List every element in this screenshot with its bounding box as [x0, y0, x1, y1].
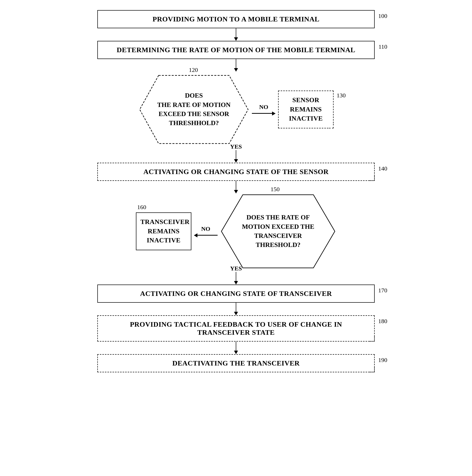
no-label-120: NO	[259, 104, 268, 110]
step-110-ref: 110	[378, 43, 387, 50]
arrow-180-190	[234, 342, 238, 354]
step-130-ref: 130	[337, 92, 346, 99]
step-150-text: DOES THE RATE OFMOTION EXCEED THETRANSCE…	[237, 208, 319, 255]
step-160-label: TRANSCEIVER REMAINS INACTIVE	[140, 218, 190, 244]
no-arrow-150	[194, 233, 218, 237]
step-100-box: PROVIDING MOTION TO A MOBILE TERMINAL	[97, 10, 375, 28]
arrow-150-170	[234, 272, 238, 285]
no-branch-150: NO	[194, 226, 218, 237]
flowchart: PROVIDING MOTION TO A MOBILE TERMINAL 10…	[34, 10, 438, 372]
step-140-box: ACTIVATING OR CHANGING STATE OF THE SENS…	[97, 163, 375, 181]
step-120-text: DOESTHE RATE OF MOTIONEXCEED THE SENSORT…	[152, 86, 235, 133]
step-150-hexagon: DOES THE RATE OFMOTION EXCEED THETRANSCE…	[220, 193, 336, 269]
step-150-ref: 150	[271, 186, 280, 193]
step-100-label: PROVIDING MOTION TO A MOBILE TERMINAL	[153, 15, 319, 23]
step-140-container: ACTIVATING OR CHANGING STATE OF THE SENS…	[97, 163, 375, 181]
step-190-container: DEACTIVATING THE TRANSCEIVER 190	[97, 354, 375, 372]
step-170-ref: 170	[378, 287, 387, 294]
step-110-container: DETERMINING THE RATE OF MOTION OF THE MO…	[97, 41, 375, 59]
step-150-container: 150 DOES THE RATE OFMOTION EXCEED THETRA…	[220, 193, 336, 269]
step-160-container: TRANSCEIVER REMAINS INACTIVE 160	[136, 212, 191, 250]
no-arrow-120	[252, 111, 276, 116]
step-190-ref: 190	[378, 357, 387, 363]
step-180-ref: 180	[378, 318, 387, 325]
decision-150-row: TRANSCEIVER REMAINS INACTIVE 160 NO 150 …	[85, 193, 387, 269]
step-120-container: 120 DOESTHE RATE OF MOTIONEXCEED THE SEN…	[138, 74, 249, 145]
step-180-box: PROVIDING TACTICAL FEEDBACK TO USER OF C…	[97, 315, 375, 342]
step-130-container: SENSOR REMAINS INACTIVE 130	[278, 91, 334, 128]
step-170-label: ACTIVATING OR CHANGING STATE OF TRANSCEI…	[140, 290, 332, 297]
step-100-ref: 100	[378, 13, 387, 19]
arrow-120-140	[234, 150, 238, 163]
step-180-container: PROVIDING TACTICAL FEEDBACK TO USER OF C…	[97, 315, 375, 342]
step-110-box: DETERMINING THE RATE OF MOTION OF THE MO…	[97, 41, 375, 59]
no-branch-120: NO	[252, 104, 276, 116]
step-190-box: DEACTIVATING THE TRANSCEIVER	[97, 354, 375, 372]
arrow-170-180	[234, 303, 238, 315]
step-130-label: SENSOR REMAINS INACTIVE	[289, 96, 323, 122]
step-100-container: PROVIDING MOTION TO A MOBILE TERMINAL 10…	[97, 10, 375, 28]
step-140-ref: 140	[378, 165, 387, 172]
step-170-box: ACTIVATING OR CHANGING STATE OF TRANSCEI…	[97, 285, 375, 303]
step-160-box: TRANSCEIVER REMAINS INACTIVE	[136, 212, 191, 250]
step-120-ref: 120	[189, 67, 198, 73]
step-160-ref: 160	[137, 204, 146, 211]
step-110-label: DETERMINING THE RATE OF MOTION OF THE MO…	[117, 46, 355, 54]
step-120-hexagon: DOESTHE RATE OF MOTIONEXCEED THE SENSORT…	[138, 74, 249, 145]
step-170-container: ACTIVATING OR CHANGING STATE OF TRANSCEI…	[97, 285, 375, 303]
no-label-150: NO	[201, 226, 210, 232]
step-130-box: SENSOR REMAINS INACTIVE	[278, 91, 334, 128]
step-140-label: ACTIVATING OR CHANGING STATE OF THE SENS…	[143, 168, 329, 176]
decision-120-row: 120 DOESTHE RATE OF MOTIONEXCEED THE SEN…	[85, 72, 387, 147]
arrow-110-120	[234, 59, 238, 72]
arrow-100-110	[234, 28, 238, 41]
arrow-140-150	[234, 181, 238, 193]
step-190-label: DEACTIVATING THE TRANSCEIVER	[172, 359, 300, 367]
step-180-label: PROVIDING TACTICAL FEEDBACK TO USER OF C…	[130, 320, 342, 336]
